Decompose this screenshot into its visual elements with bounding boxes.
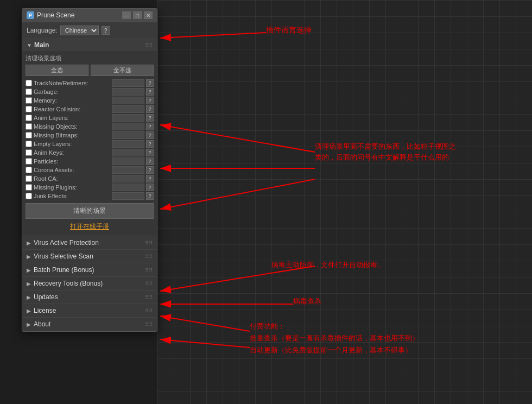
close-button[interactable]: ✕ — [144, 11, 153, 19]
emptylayers-checkbox[interactable] — [26, 141, 32, 147]
section-header-left: ▼ Main — [27, 41, 49, 49]
license-section: ▶ License ⠿⠿ — [22, 304, 157, 318]
title-controls: — □ ✕ — [122, 11, 153, 19]
recovery-tools-section: ▶ Recovery Tools (Bonus) ⠿⠿ — [22, 277, 157, 291]
batch-prune-label: Batch Prune (Bonus) — [34, 266, 94, 274]
junkeffects-label: Junk Effects: — [34, 193, 110, 199]
particles-checkbox[interactable] — [26, 158, 32, 165]
recovery-tools-label: Recovery Tools (Bonus) — [34, 280, 103, 287]
animkeys-input[interactable] — [112, 149, 144, 156]
deselect-all-button[interactable]: 全不选 — [91, 65, 154, 76]
virus-active-section: ▶ Virus Active Protection ⠿⠿ — [22, 236, 157, 250]
main-section-title: Main — [34, 41, 49, 49]
garbage-help[interactable]: ? — [146, 88, 154, 96]
tracknote-label: TrackNote/Retimers: — [34, 80, 110, 86]
reactor-checkbox[interactable] — [26, 106, 32, 112]
sidebar-item-virus-selective[interactable]: ▶ Virus Selective Scan ⠿⠿ — [22, 250, 157, 263]
junkeffects-help[interactable]: ? — [146, 192, 154, 200]
drag-handle: ⠿⠿ — [145, 254, 153, 260]
memory-help[interactable]: ? — [146, 97, 154, 104]
missingbmp-input[interactable] — [112, 131, 144, 139]
missingobj-help[interactable]: ? — [146, 123, 154, 130]
list-item: Empty Layers: ? — [26, 140, 154, 148]
sidebar-item-batch-prune[interactable]: ▶ Batch Prune (Bonus) ⠿⠿ — [22, 263, 157, 276]
select-all-button[interactable]: 全选 — [26, 65, 88, 76]
animkeys-help[interactable]: ? — [146, 149, 154, 156]
main-section-content: 清理场景选项 全选 全不选 TrackNote/Retimers: ? Garb… — [22, 51, 157, 236]
section-drag-handle: ⠿⠿ — [145, 42, 153, 48]
virus-selective-arrow: ▶ — [27, 254, 31, 260]
license-label: License — [34, 307, 56, 314]
memory-input[interactable] — [112, 97, 144, 104]
sidebar-item-left: ▶ Batch Prune (Bonus) — [27, 266, 94, 274]
list-item: TrackNote/Retimers: ? — [26, 79, 154, 87]
list-item: Missing Plugins: ? — [26, 184, 154, 191]
title-bar: P Prune Scene — □ ✕ — [22, 9, 157, 22]
list-item: Root CA: ? — [26, 175, 154, 182]
garbage-input[interactable] — [112, 88, 144, 96]
sidebar-item-license[interactable]: ▶ License ⠿⠿ — [22, 304, 157, 317]
junkeffects-input[interactable] — [112, 192, 144, 200]
main-section-header[interactable]: ▼ Main ⠿⠿ — [22, 39, 157, 51]
memory-checkbox[interactable] — [26, 97, 32, 104]
tracknote-input[interactable] — [112, 79, 144, 87]
missingobj-input[interactable] — [112, 123, 144, 130]
sidebar-item-recovery-tools[interactable]: ▶ Recovery Tools (Bonus) ⠿⠿ — [22, 277, 157, 290]
missingplugins-help[interactable]: ? — [146, 184, 154, 191]
rootca-input[interactable] — [112, 175, 144, 182]
junkeffects-checkbox[interactable] — [26, 193, 32, 199]
sidebar-item-left: ▶ Recovery Tools (Bonus) — [27, 280, 103, 287]
emptylayers-input[interactable] — [112, 140, 144, 148]
corona-checkbox[interactable] — [26, 167, 32, 173]
rootca-help[interactable]: ? — [146, 175, 154, 182]
sidebar-item-updates[interactable]: ▶ Updates ⠿⠿ — [22, 291, 157, 304]
particles-help[interactable]: ? — [146, 157, 154, 165]
particles-label: Particles: — [34, 158, 110, 165]
missingobj-label: Missing Objects: — [34, 123, 110, 130]
missingplugins-input[interactable] — [112, 184, 144, 191]
language-help-button[interactable]: ? — [102, 26, 110, 35]
sidebar-item-left: ▶ Virus Selective Scan — [27, 252, 93, 260]
reactor-input[interactable] — [112, 105, 144, 113]
maximize-button[interactable]: □ — [133, 11, 142, 19]
rootca-checkbox[interactable] — [26, 175, 32, 182]
missingplugins-checkbox[interactable] — [26, 184, 32, 191]
corona-input[interactable] — [112, 166, 144, 174]
reactor-help[interactable]: ? — [146, 105, 154, 113]
animlayers-checkbox[interactable] — [26, 115, 32, 121]
missingobj-checkbox[interactable] — [26, 123, 32, 130]
missingbmp-help[interactable]: ? — [146, 131, 154, 139]
animlayers-input[interactable] — [112, 114, 144, 122]
particles-input[interactable] — [112, 157, 144, 165]
tracknote-checkbox[interactable] — [26, 80, 32, 86]
list-item: Anim Keys: ? — [26, 149, 154, 156]
language-row: Language: Chinese English ? — [22, 22, 157, 39]
reactor-label: Reactor Collision: — [34, 106, 110, 112]
sidebar-item-virus-active[interactable]: ▶ Virus Active Protection ⠿⠿ — [22, 236, 157, 249]
main-section: ▼ Main ⠿⠿ 清理场景选项 全选 全不选 TrackNote/Retime… — [22, 39, 157, 236]
sidebar-item-left: ▶ About — [27, 320, 50, 328]
drag-handle: ⠿⠿ — [145, 240, 153, 246]
animkeys-checkbox[interactable] — [26, 149, 32, 156]
emptylayers-help[interactable]: ? — [146, 140, 154, 148]
animlayers-label: Anim Layers: — [34, 115, 110, 121]
corona-label: Corona Assets: — [34, 167, 110, 173]
missingbmp-checkbox[interactable] — [26, 132, 32, 138]
garbage-label: Garbage: — [34, 89, 110, 95]
list-item: Corona Assets: ? — [26, 166, 154, 174]
garbage-checkbox[interactable] — [26, 89, 32, 95]
animlayers-help[interactable]: ? — [146, 114, 154, 122]
tracknote-help[interactable]: ? — [146, 79, 154, 87]
about-arrow: ▶ — [27, 321, 31, 327]
clean-scene-button[interactable]: 清晰的场景 — [26, 203, 154, 219]
language-select[interactable]: Chinese English — [60, 26, 99, 35]
drag-handle: ⠿⠿ — [145, 321, 153, 327]
minimize-button[interactable]: — — [122, 11, 131, 19]
sidebar-item-about[interactable]: ▶ About ⠿⠿ — [22, 318, 157, 331]
select-buttons-row: 全选 全不选 — [26, 65, 154, 76]
online-help-link[interactable]: 打开在线手册 — [26, 220, 154, 233]
drag-handle: ⠿⠿ — [145, 294, 153, 300]
corona-help[interactable]: ? — [146, 166, 154, 174]
recovery-tools-arrow: ▶ — [27, 281, 31, 287]
main-section-arrow: ▼ — [27, 42, 32, 48]
